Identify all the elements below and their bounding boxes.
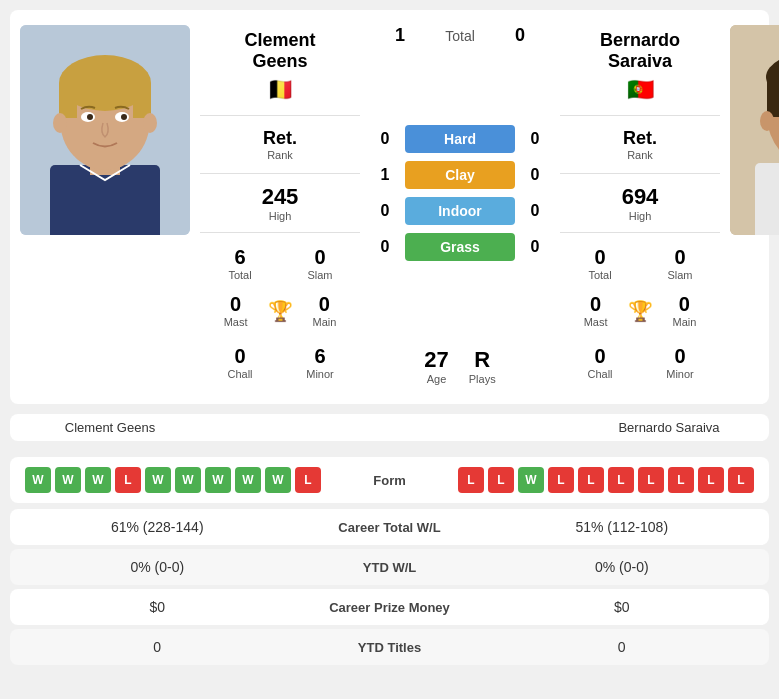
right-rank: Ret. Rank [623,128,657,161]
left-minor-cell: 6 Minor [280,341,360,384]
right-trophy-icon: 🏆 [628,299,653,323]
right-minor-cell: 0 Minor [640,341,720,384]
indoor-right-score: 0 [525,202,545,220]
form-badge-l3: W [85,467,111,493]
ytd-wl-row: 0% (0-0) YTD W/L 0% (0-0) [10,549,769,585]
left-chall-grid: 0 Chall 6 Minor [200,341,360,384]
left-chall-cell: 0 Chall [200,341,280,384]
right-mast-cell: 0 Mast [584,289,608,332]
left-player-flag: 🇧🇪 [267,77,294,103]
career-wl-row: 61% (228-144) Career Total W/L 51% (112-… [10,509,769,545]
main-container: Clement Geens 🇧🇪 Ret. Rank 245 High 6 To… [0,0,779,679]
left-player-name: Clement Geens [244,30,315,72]
left-form: W W W L W W W W W L [25,467,330,493]
divider [200,173,360,174]
left-rank-value: Ret. [263,128,297,149]
ytd-wl-label: YTD W/L [290,560,490,575]
right-high-value: 694 [622,184,659,210]
form-badge-l8: W [235,467,261,493]
ytd-titles-right: 0 [490,639,755,655]
svg-rect-1 [50,165,160,235]
left-plays: R Plays [469,343,496,389]
divider [560,115,720,116]
left-high-label: High [262,210,299,222]
form-badge-l5: W [145,467,171,493]
hard-left-score: 0 [375,130,395,148]
surface-row-indoor: 0 Indoor 0 [375,197,545,225]
surface-row-grass: 0 Grass 0 [375,233,545,261]
hard-button[interactable]: Hard [405,125,515,153]
left-rank: Ret. Rank [263,128,297,161]
career-wl-label: Career Total W/L [290,520,490,535]
divider [560,173,720,174]
right-form: L L W L L L L L L L [450,467,755,493]
divider [200,232,360,233]
right-main-cell: 0 Main [673,289,697,332]
right-player-name: Bernardo Saraiva [600,30,680,72]
form-badge-r4: L [548,467,574,493]
surface-row-clay: 1 Clay 0 [375,161,545,189]
clay-right-score: 0 [525,166,545,184]
left-trophy-icon: 🏆 [268,299,293,323]
total-right-score: 0 [510,25,530,46]
clay-left-score: 1 [375,166,395,184]
career-wl-right: 51% (112-108) [490,519,755,535]
prize-money-row: $0 Career Prize Money $0 [10,589,769,625]
left-mast-cell: 0 Mast [224,289,248,332]
right-trophy-row: 0 Mast 🏆 0 Main [584,285,697,336]
total-left-score: 1 [390,25,410,46]
form-badge-r8: L [668,467,694,493]
svg-rect-18 [767,77,779,117]
right-name-label: Bernardo Saraiva [584,420,754,435]
player-name-labels: Clement Geens Bernardo Saraiva [10,414,769,441]
left-player-photo [20,25,190,235]
form-badge-l10: L [295,467,321,493]
form-badge-l1: W [25,467,51,493]
right-chall-cell: 0 Chall [560,341,640,384]
total-row: 1 Total 0 [390,25,530,46]
clay-button[interactable]: Clay [405,161,515,189]
svg-point-10 [121,114,127,120]
right-high-label: High [622,210,659,222]
ytd-titles-row: 0 YTD Titles 0 [10,629,769,665]
career-wl-left: 61% (228-144) [25,519,290,535]
right-rank-label: Rank [627,149,653,161]
indoor-left-score: 0 [375,202,395,220]
divider [200,115,360,116]
right-slam-cell: 0 Slam [640,242,720,285]
form-label: Form [330,473,450,488]
grass-left-score: 0 [375,238,395,256]
form-badge-r3: W [518,467,544,493]
form-badge-r5: L [578,467,604,493]
right-chall-grid: 0 Chall 0 Minor [560,341,720,384]
svg-rect-6 [133,83,151,118]
svg-rect-5 [59,83,77,118]
left-rank-label: Rank [267,149,293,161]
grass-button[interactable]: Grass [405,233,515,261]
form-row: W W W L W W W W W L Form L L W L L L L L… [10,457,769,503]
right-player-flag: 🇵🇹 [627,77,654,103]
grass-right-score: 0 [525,238,545,256]
svg-point-25 [760,111,774,131]
left-total-cell: 6 Total [200,242,280,285]
ytd-wl-right: 0% (0-0) [490,559,755,575]
form-badge-l4: L [115,467,141,493]
left-high-value: 245 [262,184,299,210]
prize-left: $0 [25,599,290,615]
form-badge-r10: L [728,467,754,493]
form-badge-r9: L [698,467,724,493]
divider [560,232,720,233]
surface-buttons: 0 Hard 0 1 Clay 0 0 Indoor 0 0 Grass [375,125,545,261]
form-badge-l6: W [175,467,201,493]
indoor-button[interactable]: Indoor [405,197,515,225]
right-stats-grid: 0 Total 0 Slam [560,242,720,285]
prize-right: $0 [490,599,755,615]
top-card: Clement Geens 🇧🇪 Ret. Rank 245 High 6 To… [10,10,769,404]
form-badge-r6: L [608,467,634,493]
form-badge-r2: L [488,467,514,493]
total-label: Total [420,28,500,44]
left-player-info: Clement Geens 🇧🇪 Ret. Rank 245 High 6 To… [190,25,370,389]
left-high: 245 High [262,178,299,228]
ytd-titles-left: 0 [25,639,290,655]
left-age: 27 Age [424,343,448,389]
